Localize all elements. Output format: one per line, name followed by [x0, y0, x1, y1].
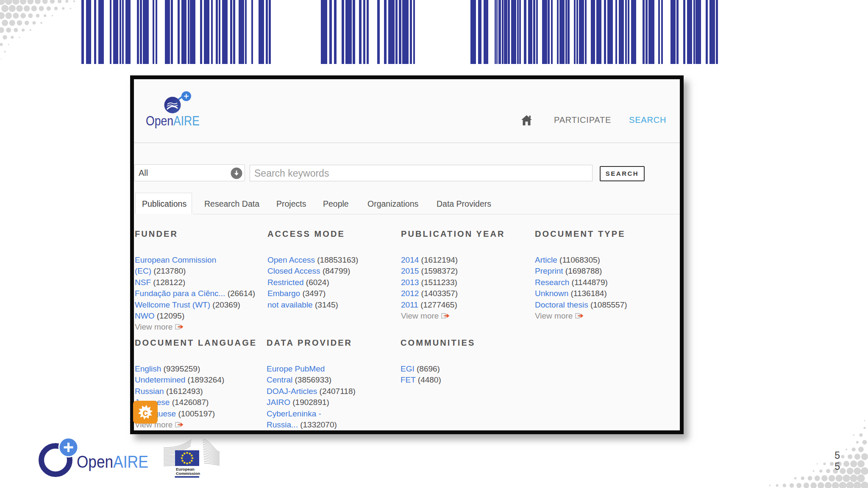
svg-text:OpenAIRE: OpenAIRE: [77, 452, 148, 471]
svg-text:c: c: [142, 407, 148, 418]
svg-text:Commission: Commission: [176, 471, 200, 476]
svg-text:OpenAIRE: OpenAIRE: [146, 113, 200, 128]
